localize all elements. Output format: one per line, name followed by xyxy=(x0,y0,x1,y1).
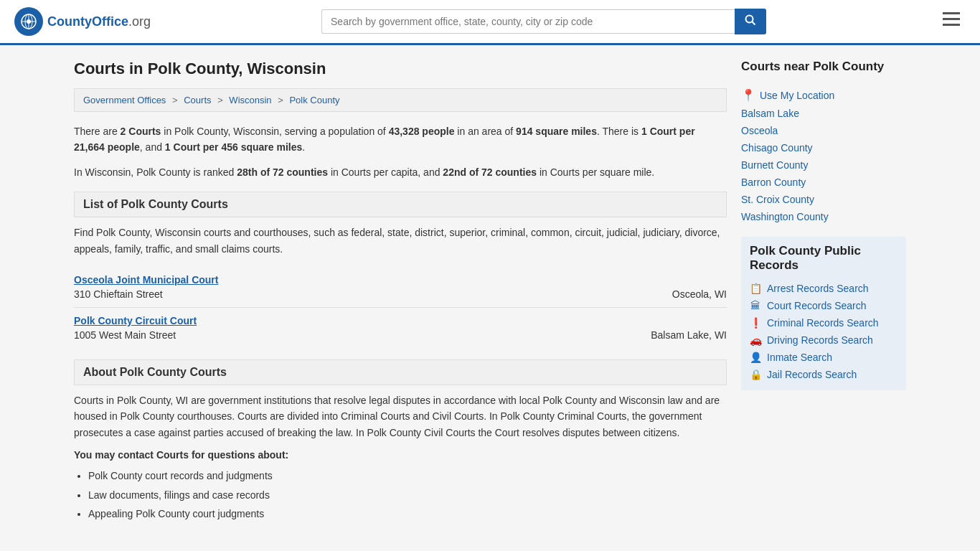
arrest-icon: 📋 xyxy=(750,283,761,294)
about-paragraph: Courts in Polk County, WI are government… xyxy=(74,392,727,441)
svg-rect-7 xyxy=(943,12,960,14)
court-records-link[interactable]: 🏛 Court Records Search xyxy=(750,297,897,314)
sidebar-link-burnett[interactable]: Burnett County xyxy=(741,156,906,174)
court-address-1: 310 Chieftain Street xyxy=(74,288,163,300)
court-name-polk-circuit[interactable]: Polk County Circuit Court xyxy=(74,315,727,326)
breadcrumb-government-offices[interactable]: Government Offices xyxy=(83,95,166,105)
svg-rect-8 xyxy=(943,18,960,20)
jail-icon: 🔒 xyxy=(750,369,761,380)
criminal-records-link[interactable]: ❗ Criminal Records Search xyxy=(750,314,897,331)
hamburger-menu-button[interactable] xyxy=(937,9,966,34)
intro-paragraph-2: In Wisconsin, Polk County is ranked 28th… xyxy=(74,164,727,180)
breadcrumb-polk-county[interactable]: Polk County xyxy=(289,95,339,105)
use-my-location-link[interactable]: 📍 Use My Location xyxy=(741,85,906,105)
driving-icon: 🚗 xyxy=(750,334,761,346)
logo: CountyOffice.org xyxy=(14,7,151,36)
main-container: Courts in Polk County, Wisconsin Governm… xyxy=(60,45,920,538)
site-header: CountyOffice.org xyxy=(0,0,980,45)
bullet-item-2: Law documents, filings and case records xyxy=(88,486,727,505)
inmate-search-link[interactable]: 👤 Inmate Search xyxy=(750,349,897,366)
search-bar xyxy=(321,9,766,34)
sidebar-link-osceola[interactable]: Osceola xyxy=(741,122,906,139)
search-button[interactable] xyxy=(735,9,766,34)
intro-paragraph-1: There are 2 Courts in Polk County, Wisco… xyxy=(74,123,727,156)
content-area: Courts in Polk County, Wisconsin Governm… xyxy=(74,60,727,524)
breadcrumb-wisconsin[interactable]: Wisconsin xyxy=(229,95,271,105)
jail-records-link[interactable]: 🔒 Jail Records Search xyxy=(750,366,897,383)
contact-header: You may contact Courts for questions abo… xyxy=(74,449,727,461)
sidebar-link-balsam-lake[interactable]: Balsam Lake xyxy=(741,105,906,122)
court-list: Osceola Joint Municipal Court 310 Chieft… xyxy=(74,267,727,348)
search-input[interactable] xyxy=(321,9,735,34)
court-icon: 🏛 xyxy=(750,300,761,311)
list-section-header: List of Polk County Courts xyxy=(74,192,727,217)
sidebar-link-washington[interactable]: Washington County xyxy=(741,208,906,225)
driving-records-link[interactable]: 🚗 Driving Records Search xyxy=(750,331,897,349)
arrest-records-link[interactable]: 📋 Arrest Records Search xyxy=(750,280,897,297)
public-records-section: Polk County Public Records 📋 Arrest Reco… xyxy=(741,237,906,390)
courts-near-title: Courts near Polk County xyxy=(741,60,906,78)
svg-rect-9 xyxy=(943,24,960,26)
court-item-2: Polk County Circuit Court 1005 West Main… xyxy=(74,308,727,348)
bullet-item-3: Appealing Polk County court judgments xyxy=(88,504,727,524)
pin-icon: 📍 xyxy=(741,88,755,102)
courts-near-section: Courts near Polk County 📍 Use My Locatio… xyxy=(741,60,906,225)
breadcrumb-courts[interactable]: Courts xyxy=(184,95,211,105)
logo-text: CountyOffice.org xyxy=(47,14,151,29)
logo-icon xyxy=(14,7,43,36)
court-city-1: Osceola, WI xyxy=(672,288,727,300)
sidebar-link-st-croix[interactable]: St. Croix County xyxy=(741,191,906,208)
about-section-header: About Polk County Courts xyxy=(74,359,727,385)
svg-point-5 xyxy=(746,16,753,23)
svg-line-6 xyxy=(753,22,755,25)
breadcrumb: Government Offices > Courts > Wisconsin … xyxy=(74,88,727,112)
page-title: Courts in Polk County, Wisconsin xyxy=(74,60,727,78)
criminal-icon: ❗ xyxy=(750,317,761,329)
public-records-title: Polk County Public Records xyxy=(750,244,897,273)
inmate-icon: 👤 xyxy=(750,352,761,363)
sidebar: Courts near Polk County 📍 Use My Locatio… xyxy=(741,60,906,524)
list-section-description: Find Polk County, Wisconsin courts and c… xyxy=(74,225,727,257)
bullet-item-1: Polk County court records and judgments xyxy=(88,466,727,486)
court-name-osceola[interactable]: Osceola Joint Municipal Court xyxy=(74,274,727,286)
court-address-2: 1005 West Main Street xyxy=(74,329,176,341)
contact-bullet-list: Polk County court records and judgments … xyxy=(74,466,727,524)
sidebar-link-barron[interactable]: Barron County xyxy=(741,174,906,191)
court-city-2: Balsam Lake, WI xyxy=(651,329,727,341)
sidebar-link-chisago[interactable]: Chisago County xyxy=(741,139,906,156)
court-item-1: Osceola Joint Municipal Court 310 Chieft… xyxy=(74,267,727,308)
